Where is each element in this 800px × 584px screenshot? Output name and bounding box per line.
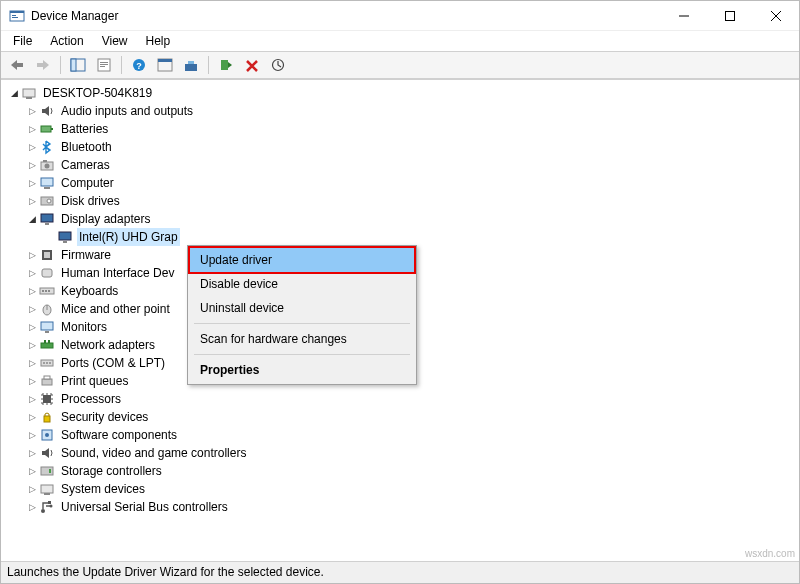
minimize-button[interactable] xyxy=(661,1,707,31)
context-menu-properties[interactable]: Properties xyxy=(190,358,414,382)
close-button[interactable] xyxy=(753,1,799,31)
context-menu-uninstall-device[interactable]: Uninstall device xyxy=(190,296,414,320)
menu-view[interactable]: View xyxy=(94,33,136,49)
expand-arrow-icon[interactable]: ▷ xyxy=(25,102,39,120)
toolbar-enable-button[interactable] xyxy=(214,54,238,76)
tree-category-audio[interactable]: ▷Audio inputs and outputs xyxy=(3,102,799,120)
svg-rect-42 xyxy=(48,290,50,292)
tree-category-disk[interactable]: ▷Disk drives xyxy=(3,192,799,210)
tree-category-storage[interactable]: ▷Storage controllers xyxy=(3,462,799,480)
tree-device-intel-uhd[interactable]: Intel(R) UHD Grap xyxy=(3,228,799,246)
tree-category-display[interactable]: ◢Display adapters xyxy=(3,210,799,228)
svg-rect-49 xyxy=(48,340,50,343)
svg-rect-45 xyxy=(41,322,53,330)
expand-arrow-icon[interactable]: ▷ xyxy=(25,174,39,192)
hid-icon xyxy=(39,265,55,281)
maximize-button[interactable] xyxy=(707,1,753,31)
expand-arrow-icon[interactable]: ▷ xyxy=(25,138,39,156)
context-menu-update-driver[interactable]: Update driver xyxy=(190,248,414,272)
expand-arrow-icon[interactable]: ▷ xyxy=(25,462,39,480)
expand-arrow-icon[interactable]: ▷ xyxy=(25,282,39,300)
expand-arrow-icon[interactable]: ▷ xyxy=(25,264,39,282)
mice-icon xyxy=(39,301,55,317)
expand-arrow-icon[interactable]: ▷ xyxy=(25,192,39,210)
cameras-icon xyxy=(39,157,55,173)
audio-icon xyxy=(39,103,55,119)
tree-category-software[interactable]: ▷Software components xyxy=(3,426,799,444)
tree-root[interactable]: ◢DESKTOP-504K819 xyxy=(3,84,799,102)
collapse-arrow-icon[interactable]: ◢ xyxy=(25,210,39,228)
tree-category-processors[interactable]: ▷Processors xyxy=(3,390,799,408)
tree-category-security[interactable]: ▷Security devices xyxy=(3,408,799,426)
svg-rect-38 xyxy=(42,269,52,277)
expand-arrow-icon[interactable]: ▷ xyxy=(25,372,39,390)
context-menu-scan-hardware[interactable]: Scan for hardware changes xyxy=(190,327,414,351)
svg-point-64 xyxy=(41,509,45,513)
tree-category-usb[interactable]: ▷Universal Serial Bus controllers xyxy=(3,498,799,516)
svg-rect-40 xyxy=(42,290,44,292)
toolbar-properties-button[interactable] xyxy=(92,54,116,76)
svg-rect-3 xyxy=(12,17,18,18)
menu-help[interactable]: Help xyxy=(138,33,179,49)
tree-node-label: Sound, video and game controllers xyxy=(59,444,248,462)
expand-arrow-icon[interactable]: ▷ xyxy=(25,480,39,498)
tree-node-label: Ports (COM & LPT) xyxy=(59,354,167,372)
expand-arrow-icon[interactable]: ▷ xyxy=(25,390,39,408)
toolbar-update-button[interactable] xyxy=(179,54,203,76)
expand-arrow-icon[interactable]: ▷ xyxy=(25,336,39,354)
bluetooth-icon xyxy=(39,139,55,155)
watermark: wsxdn.com xyxy=(745,548,795,559)
toolbar-uninstall-button[interactable] xyxy=(240,54,264,76)
computer-icon xyxy=(39,175,55,191)
tree-node-label: Bluetooth xyxy=(59,138,114,156)
svg-rect-8 xyxy=(71,59,76,71)
svg-rect-10 xyxy=(100,62,108,63)
expand-arrow-icon[interactable]: ▷ xyxy=(25,408,39,426)
toolbar-separator xyxy=(121,56,122,74)
toolbar-back-button[interactable] xyxy=(5,54,29,76)
software-icon xyxy=(39,427,55,443)
svg-rect-11 xyxy=(100,64,108,65)
svg-rect-6 xyxy=(37,63,43,67)
toolbar-action-button[interactable] xyxy=(153,54,177,76)
expand-arrow-icon[interactable]: ▷ xyxy=(25,318,39,336)
tree-node-label: Display adapters xyxy=(59,210,152,228)
svg-rect-60 xyxy=(41,467,53,475)
tree-node-label: Firmware xyxy=(59,246,113,264)
svg-rect-32 xyxy=(41,214,53,222)
svg-text:?: ? xyxy=(136,61,142,71)
expand-arrow-icon[interactable]: ▷ xyxy=(25,426,39,444)
tree-category-computer[interactable]: ▷Computer xyxy=(3,174,799,192)
context-menu-disable-device[interactable]: Disable device xyxy=(190,272,414,296)
toolbar-help-button[interactable]: ? xyxy=(127,54,151,76)
svg-rect-47 xyxy=(41,343,53,348)
svg-rect-34 xyxy=(59,232,71,240)
svg-rect-12 xyxy=(100,66,105,67)
toolbar-scan-button[interactable] xyxy=(266,54,290,76)
svg-rect-24 xyxy=(51,128,53,130)
tree-category-sysdev[interactable]: ▷System devices xyxy=(3,480,799,498)
collapse-arrow-icon[interactable]: ◢ xyxy=(7,84,21,102)
expand-arrow-icon[interactable]: ▷ xyxy=(25,156,39,174)
tree-node-label: System devices xyxy=(59,480,147,498)
tree-node-label: Audio inputs and outputs xyxy=(59,102,195,120)
usb-icon xyxy=(39,499,55,515)
tree-category-bluetooth[interactable]: ▷Bluetooth xyxy=(3,138,799,156)
tree-category-cameras[interactable]: ▷Cameras xyxy=(3,156,799,174)
expand-arrow-icon[interactable]: ▷ xyxy=(25,498,39,516)
expand-arrow-icon[interactable]: ▷ xyxy=(25,120,39,138)
expand-arrow-icon[interactable]: ▷ xyxy=(25,246,39,264)
toolbar-forward-button[interactable] xyxy=(31,54,55,76)
menu-file[interactable]: File xyxy=(5,33,40,49)
tree-node-label: Computer xyxy=(59,174,116,192)
svg-rect-4 xyxy=(726,11,735,20)
menu-action[interactable]: Action xyxy=(42,33,91,49)
tree-category-batteries[interactable]: ▷Batteries xyxy=(3,120,799,138)
expand-arrow-icon[interactable]: ▷ xyxy=(25,444,39,462)
expand-arrow-icon[interactable]: ▷ xyxy=(25,354,39,372)
expand-arrow-icon[interactable]: ▷ xyxy=(25,300,39,318)
tree-category-sound[interactable]: ▷Sound, video and game controllers xyxy=(3,444,799,462)
toolbar-show-hide-button[interactable] xyxy=(66,54,90,76)
svg-rect-18 xyxy=(188,61,194,64)
toolbar: ? xyxy=(1,51,799,79)
